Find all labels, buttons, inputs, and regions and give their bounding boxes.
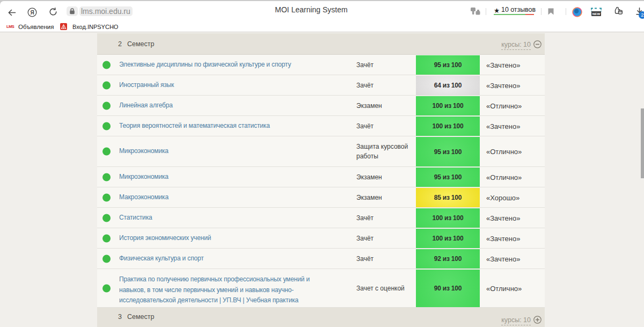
svg-text:Я: Я [30, 10, 34, 16]
svg-text:NEW: NEW [592, 12, 601, 16]
